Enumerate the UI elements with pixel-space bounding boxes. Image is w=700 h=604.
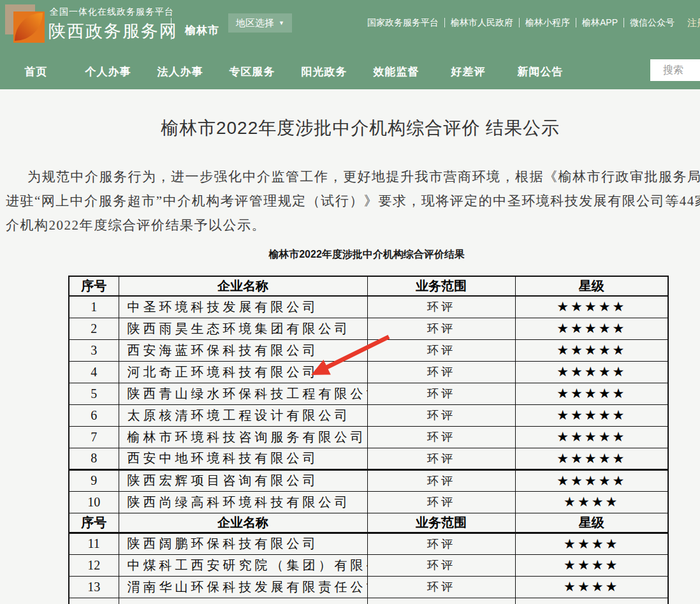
business-scope-cell: 环评: [367, 533, 515, 554]
page-title: 榆林市2022年度涉批中介机构综合评价 结果公示: [0, 116, 700, 140]
nav-item[interactable]: 好差评: [432, 54, 504, 89]
paragraph-line: 为规范中介服务行为，进一步强化中介监管工作，更好地提升我市营商环境，根据《榆林市…: [0, 165, 700, 189]
column-header: 星级: [515, 513, 668, 533]
table-row-partial: [69, 598, 668, 604]
empty-cell: [367, 598, 515, 604]
business-scope-cell: 环评: [367, 491, 515, 513]
paragraph-line: 介机构2022年度综合评价结果予以公示。: [0, 213, 700, 237]
table-row: 12中煤科工西安研究院（集团）有限公司环评★★★★: [69, 554, 668, 576]
business-scope-cell: 环评: [367, 361, 515, 383]
company-name-cell: 中圣环境科技发展有限公司: [119, 296, 367, 318]
table-row: 8西安中地环境科技有限公司环评★★★★★: [69, 448, 668, 469]
row-number-cell: 8: [69, 448, 119, 469]
main-navbar: 首页个人办事法人办事专区服务阳光政务效能监督好差评新闻公告: [0, 54, 700, 89]
nav-item[interactable]: 效能监督: [360, 54, 432, 89]
register-link[interactable]: 注册: [687, 17, 700, 29]
column-header: 序号: [69, 276, 119, 296]
business-scope-cell: 环评: [367, 469, 515, 491]
table-row: 11陕西阔鹏环保科技有限公司环评★★★★: [69, 533, 668, 554]
column-header: 星级: [515, 276, 668, 296]
row-number-cell: 3: [69, 339, 119, 361]
nav-item[interactable]: 法人办事: [144, 54, 216, 89]
page: { "header": { "platform_label": "全国一体化在线…: [0, 0, 700, 604]
star-rating-cell: ★★★★: [515, 576, 668, 598]
site-header: 全国一体化在线政务服务平台 陕西政务服务网 榆林市 地区选择 ▼ 国家政务服务平…: [0, 0, 700, 54]
table-row: 9陕西宏辉项目咨询有限公司环评★★★★★: [69, 469, 668, 491]
row-number-cell: 13: [69, 576, 119, 598]
table-row: 13渭南华山环保科技发展有限责任公司环评★★★★: [69, 576, 668, 598]
column-header: 业务范围: [367, 513, 515, 533]
table-row: 10陕西尚绿高科环境科技有限公司环评★★★★: [69, 491, 668, 513]
nav-items: 首页个人办事法人办事专区服务阳光政务效能监督好差评新闻公告: [0, 54, 576, 89]
star-rating-cell: ★★★★: [515, 554, 668, 576]
company-name-cell: 榆林市环境科技咨询服务有限公司: [119, 426, 367, 448]
column-header: 序号: [69, 513, 119, 533]
business-scope-cell: 环评: [367, 554, 515, 576]
nav-item[interactable]: 专区服务: [216, 54, 288, 89]
business-scope-cell: 环评: [367, 318, 515, 339]
row-number-cell: 2: [69, 318, 119, 339]
paragraph-line: 进驻“网上中介服务超市”中介机构考评管理规定（试行）》要求，现将评定的中圣环境科…: [0, 189, 700, 213]
row-number-cell: 12: [69, 554, 119, 576]
star-rating-cell: ★★★★★: [515, 426, 668, 448]
star-rating-cell: ★★★★★: [515, 339, 668, 361]
business-scope-cell: 环评: [367, 383, 515, 404]
row-number-cell: 4: [69, 361, 119, 383]
empty-cell: [119, 598, 367, 604]
company-name-cell: 渭南华山环保科技发展有限责任公司: [119, 576, 367, 598]
column-header: 企业名称: [119, 276, 367, 296]
column-header: 企业名称: [119, 513, 367, 533]
company-name-cell: 太原核清环境工程设计有限公司: [119, 404, 367, 426]
search-input[interactable]: [650, 59, 700, 81]
region-select-button[interactable]: 地区选择 ▼: [228, 13, 292, 33]
business-scope-cell: 环评: [367, 576, 515, 598]
star-rating-cell: ★★★★: [515, 491, 668, 513]
nav-item[interactable]: 个人办事: [72, 54, 144, 89]
star-rating-cell: ★★★★★: [515, 404, 668, 426]
empty-cell: [69, 598, 119, 604]
site-logo[interactable]: [5, 3, 47, 45]
business-scope-cell: 环评: [367, 448, 515, 469]
table-row: 3西安海蓝环保科技有限公司环评★★★★★: [69, 339, 668, 361]
business-scope-cell: 环评: [367, 404, 515, 426]
nav-item[interactable]: 首页: [0, 54, 72, 89]
business-scope-cell: 环评: [367, 426, 515, 448]
header-link[interactable]: 榆林小程序: [520, 18, 576, 27]
header-link[interactable]: 榆林市人民政府: [445, 18, 520, 27]
table-row: 7榆林市环境科技咨询服务有限公司环评★★★★★: [69, 426, 668, 448]
company-name-cell: 陕西青山绿水环保科技工程有限公司: [119, 383, 367, 404]
current-city-label: 榆林市: [185, 23, 219, 38]
company-name-cell: 陕西阔鹏环保科技有限公司: [119, 533, 367, 554]
row-number-cell: 5: [69, 383, 119, 404]
nav-item[interactable]: 阳光政务: [288, 54, 360, 89]
company-name-cell: 陕西尚绿高科环境科技有限公司: [119, 491, 367, 513]
empty-cell: [515, 598, 668, 604]
row-number-cell: 1: [69, 296, 119, 318]
header-link[interactable]: 微信公众号: [624, 18, 680, 27]
star-rating-cell: ★★★★★: [515, 318, 668, 339]
table-row: 5陕西青山绿水环保科技工程有限公司环评★★★★★: [69, 383, 668, 404]
chevron-down-icon: ▼: [279, 20, 284, 26]
header-link[interactable]: 国家政务服务平台: [367, 18, 445, 27]
column-header: 业务范围: [367, 276, 515, 296]
business-scope-cell: 环评: [367, 339, 515, 361]
table-row: 4河北奇正环境科技有限公司环评★★★★★: [69, 361, 668, 383]
row-number-cell: 11: [69, 533, 119, 554]
table-header-row: 序号企业名称业务范围星级: [69, 513, 668, 533]
platform-label: 全国一体化在线政务服务平台: [50, 6, 174, 18]
table-header-row: 序号企业名称业务范围星级: [69, 276, 668, 296]
row-number-cell: 7: [69, 426, 119, 448]
brand-divider: [171, 18, 171, 40]
company-name-cell: 陕西宏辉项目咨询有限公司: [119, 469, 367, 491]
notice-paragraph: 为规范中介服务行为，进一步强化中介监管工作，更好地提升我市营商环境，根据《榆林市…: [0, 165, 700, 237]
company-name-cell: 西安中地环境科技有限公司: [119, 448, 367, 469]
star-rating-cell: ★★★★★: [515, 448, 668, 469]
row-number-cell: 10: [69, 491, 119, 513]
company-name-cell: 河北奇正环境科技有限公司: [119, 361, 367, 383]
nav-item[interactable]: 新闻公告: [504, 54, 576, 89]
company-name-cell: 西安海蓝环保科技有限公司: [119, 339, 367, 361]
table-row: 2陕西雨昊生态环境集团有限公司环评★★★★★: [69, 318, 668, 339]
star-rating-cell: ★★★★★: [515, 361, 668, 383]
business-scope-cell: 环评: [367, 296, 515, 318]
header-link[interactable]: 榆林APP: [576, 18, 624, 27]
